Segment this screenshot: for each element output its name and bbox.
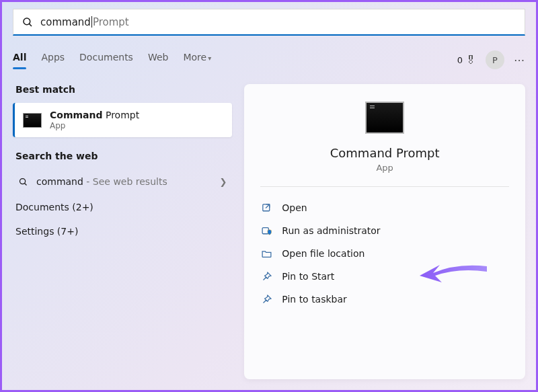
- preview-pane: Command Prompt App Open Run as administr…: [244, 84, 525, 379]
- pin-icon: [260, 270, 272, 282]
- action-open[interactable]: Open: [260, 196, 509, 219]
- results-pane: Best match Command Prompt App Search the…: [13, 84, 232, 379]
- svg-line-3: [25, 183, 27, 185]
- action-pin-to-taskbar[interactable]: Pin to taskbar: [260, 288, 509, 311]
- search-typed-text: command: [40, 16, 91, 28]
- shield-icon: [260, 225, 272, 237]
- search-icon: [22, 16, 34, 28]
- tab-more[interactable]: More▾: [183, 52, 211, 68]
- svg-line-5: [266, 204, 270, 208]
- action-run-as-admin[interactable]: Run as administrator: [260, 219, 509, 242]
- medal-icon: 🎖: [465, 54, 476, 67]
- result-title: Command Prompt: [50, 110, 139, 120]
- pin-icon: [260, 293, 272, 305]
- chevron-right-icon: ❯: [219, 177, 227, 187]
- search-bar[interactable]: command Prompt: [13, 9, 525, 36]
- svg-line-1: [29, 24, 32, 26]
- open-icon: [260, 202, 272, 214]
- action-open-file-location[interactable]: Open file location: [260, 242, 509, 265]
- more-options-button[interactable]: ⋯: [514, 54, 525, 67]
- best-match-label: Best match: [15, 84, 232, 95]
- command-prompt-icon: [23, 113, 42, 128]
- search-ghost-text: Prompt: [93, 16, 129, 28]
- avatar[interactable]: P: [486, 50, 504, 69]
- rewards-points[interactable]: 0 🎖: [457, 54, 476, 67]
- category-documents[interactable]: Documents (2+): [13, 194, 232, 218]
- header-right-controls: 0 🎖 P ⋯: [457, 50, 525, 69]
- tab-documents[interactable]: Documents: [79, 52, 133, 68]
- text-cursor: [91, 16, 92, 28]
- web-result-text: command - See web results: [36, 176, 219, 187]
- result-subtitle: App: [50, 121, 139, 130]
- svg-point-0: [24, 18, 30, 25]
- action-list: Open Run as administrator Open file loca…: [260, 196, 509, 311]
- divider: [260, 186, 509, 187]
- search-input[interactable]: command Prompt: [40, 16, 129, 28]
- folder-icon: [260, 247, 272, 260]
- tabs-row: All Apps Documents Web More▾ 0 🎖 P ⋯: [13, 50, 525, 69]
- app-large-icon: [365, 102, 404, 134]
- tab-apps[interactable]: Apps: [41, 52, 65, 68]
- search-icon: [18, 177, 28, 187]
- search-web-label: Search the web: [15, 151, 232, 161]
- filter-tabs: All Apps Documents Web More▾: [13, 52, 211, 68]
- tab-web[interactable]: Web: [148, 52, 169, 68]
- action-pin-to-start[interactable]: Pin to Start: [260, 265, 509, 288]
- svg-point-2: [20, 178, 26, 184]
- web-search-result[interactable]: command - See web results ❯: [13, 169, 232, 194]
- preview-title: Command Prompt: [260, 146, 509, 160]
- preview-type: App: [260, 163, 509, 173]
- best-match-result[interactable]: Command Prompt App: [13, 103, 232, 137]
- tab-all[interactable]: All: [13, 52, 26, 68]
- category-settings[interactable]: Settings (7+): [13, 218, 232, 242]
- chevron-down-icon: ▾: [208, 54, 211, 62]
